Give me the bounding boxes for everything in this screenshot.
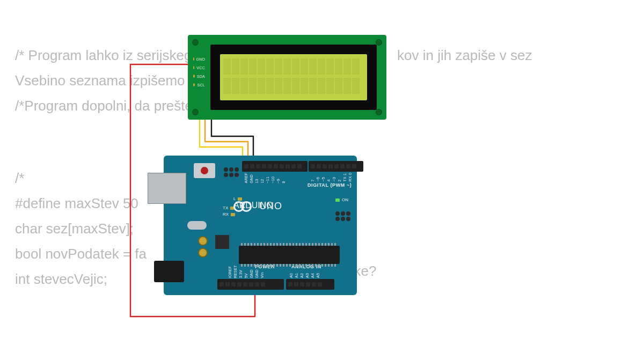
code-line: kov in jih zapiše v sez: [397, 43, 644, 68]
lcd-pin-scl[interactable]: SCL: [193, 81, 205, 89]
barrel-jack[interactable]: [154, 261, 184, 282]
mount-hole: [192, 109, 199, 115]
capacitor: [198, 248, 208, 258]
smd-chip: [215, 235, 229, 249]
brand-label: ARDUINO: [233, 201, 273, 210]
code-watermark-right: kov in jih zapiše v sez: [397, 43, 644, 68]
lcd-pin-vcc[interactable]: VCC: [193, 64, 205, 71]
lcd-pin-sda[interactable]: SDA: [193, 72, 205, 80]
power-header[interactable]: [217, 279, 284, 290]
lcd-i2c-pins: GND VCC SDA SCL: [193, 55, 205, 89]
mount-hole: [192, 39, 199, 46]
lcd-screen: [220, 54, 367, 100]
lcd-bezel: [210, 45, 377, 110]
lcd-module[interactable]: GND VCC SDA SCL: [188, 35, 386, 120]
on-led: ON: [335, 197, 348, 202]
pin-labels-digital-left: AREFGND 1312 ~11~10 ~98: [243, 173, 286, 183]
capacitor: [198, 236, 208, 246]
icsp-header-1[interactable]: [224, 167, 239, 177]
atmega-chip: [239, 246, 340, 264]
digital-header-left[interactable]: [242, 161, 308, 172]
section-digital-label: DIGITAL (PWM ~): [308, 182, 352, 188]
mount-hole: [376, 109, 382, 115]
analog-header[interactable]: [286, 279, 334, 290]
pin-labels-digital-right: 7~6 ~54 ~32 TX 1RX 0: [310, 173, 353, 181]
arduino-uno-board[interactable]: AREFGND 1312 ~11~10 ~98 7~6 ~54 ~32 TX 1…: [164, 156, 357, 295]
usb-port[interactable]: [148, 173, 186, 204]
digital-header-right[interactable]: [309, 161, 363, 172]
reset-button[interactable]: [194, 163, 215, 178]
lcd-pin-gnd[interactable]: GND: [193, 55, 205, 63]
crystal-oscillator: [187, 221, 207, 230]
icsp-header-2[interactable]: [335, 211, 350, 221]
pin-labels-analog: A0A1 A2A3 A4A5: [288, 273, 320, 278]
